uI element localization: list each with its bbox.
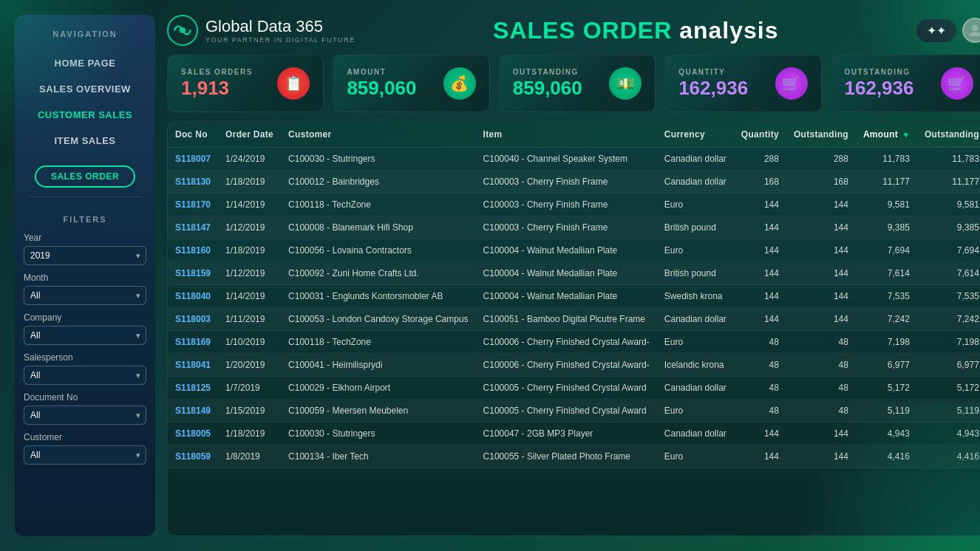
cell-outstanding2: 7,694 <box>917 239 980 262</box>
cell-docno: S118147 <box>168 216 218 239</box>
cell-qty: 48 <box>734 400 786 422</box>
table-scroll[interactable]: Doc No Order Date Customer Item Currency… <box>168 122 980 535</box>
table-row[interactable]: S118169 1/10/2019 C100118 - TechZone C10… <box>168 331 980 354</box>
table-row[interactable]: S118041 1/20/2019 C100041 - Heimilispryd… <box>168 354 980 377</box>
cell-currency: Euro <box>657 331 734 354</box>
cell-outstanding1: 144 <box>786 422 856 445</box>
filter-company: Company All <box>15 312 155 345</box>
kpi-sales-orders-icon: 📋 <box>277 67 310 100</box>
cell-docno: S118160 <box>168 239 218 262</box>
col-header-item[interactable]: Item <box>476 122 657 148</box>
cell-outstanding2: 9,385 <box>917 216 980 239</box>
col-header-outstanding2[interactable]: Outstanding <box>917 122 980 148</box>
avatar[interactable] <box>962 18 980 43</box>
sidebar-item-home[interactable]: HOME PAGE <box>15 50 155 76</box>
cell-docno: S118149 <box>168 400 218 422</box>
filter-customer-select[interactable]: All <box>24 445 146 465</box>
filters-label: FILTERS <box>63 215 106 224</box>
cell-currency: Euro <box>657 194 734 216</box>
cell-docno: S118059 <box>168 445 218 468</box>
sparkle-button[interactable]: ✦✦ <box>916 19 956 42</box>
cell-date: 1/20/2019 <box>218 354 281 377</box>
cell-outstanding2: 6,977 <box>917 354 980 377</box>
table-row[interactable]: S118159 1/12/2019 C100092 - Zuni Home Cr… <box>168 262 980 285</box>
sidebar-item-sales-overview[interactable]: SALES OVERVIEW <box>15 76 155 102</box>
cell-date: 1/18/2019 <box>218 171 281 194</box>
sales-order-button[interactable]: SALES ORDER <box>35 165 135 188</box>
cell-customer: C100056 - Lovaina Contractors <box>281 239 476 262</box>
filter-month-label: Month <box>24 273 146 283</box>
cell-docno: S118040 <box>168 285 218 308</box>
cell-customer: C100031 - Englunds Kontorsmobler AB <box>281 285 476 308</box>
cell-item: C100005 - Cherry Finished Crystal Award <box>476 400 657 422</box>
cell-outstanding2: 5,172 <box>917 377 980 400</box>
table-row[interactable]: S118149 1/15/2019 C100059 - Meersen Meub… <box>168 400 980 422</box>
content-area: Global Data 365 YOUR PARTNER IN DIGITAL … <box>167 15 980 536</box>
cell-outstanding1: 144 <box>786 285 856 308</box>
sidebar-item-customer-sales[interactable]: CUSTOMER SALES <box>15 102 155 128</box>
col-header-amount[interactable]: Amount ▼ <box>856 122 917 148</box>
table-row[interactable]: S118007 1/24/2019 C100030 - Stutringers … <box>168 148 980 171</box>
filter-docno-label: Document No <box>24 392 146 403</box>
sidebar-item-item-sales[interactable]: ITEM SALES <box>15 128 155 154</box>
cell-qty: 48 <box>734 331 786 354</box>
kpi-amount-label: AMOUNT <box>347 68 416 76</box>
col-header-date[interactable]: Order Date <box>218 122 281 148</box>
cell-qty: 144 <box>734 285 786 308</box>
table-header-row: Doc No Order Date Customer Item Currency… <box>168 122 980 148</box>
table-row[interactable]: S118040 1/14/2019 C100031 - Englunds Kon… <box>168 285 980 308</box>
table-row[interactable]: S118125 1/7/2019 C100029 - Elkhorn Airpo… <box>168 377 980 400</box>
cell-customer: C100059 - Meersen Meubelen <box>281 400 476 422</box>
cell-qty: 288 <box>734 148 786 171</box>
cell-date: 1/15/2019 <box>218 400 281 422</box>
cell-qty: 48 <box>734 377 786 400</box>
col-header-customer[interactable]: Customer <box>281 122 476 148</box>
kpi-row: SALES ORDERS 1,913 📋 AMOUNT 859,060 💰 OU… <box>167 55 980 112</box>
cell-customer: C100134 - Iber Tech <box>281 445 476 468</box>
cell-date: 1/8/2019 <box>218 445 281 468</box>
cell-outstanding1: 48 <box>786 354 856 377</box>
col-header-outstanding1[interactable]: Outstanding <box>786 122 856 148</box>
table-row[interactable]: S118170 1/14/2019 C100118 - TechZone C10… <box>168 194 980 216</box>
col-header-currency[interactable]: Currency <box>657 122 734 148</box>
filter-customer-label: Customer <box>24 432 146 442</box>
filter-company-select[interactable]: All <box>24 326 146 345</box>
filter-document-no: Document No All <box>15 392 155 425</box>
table-row[interactable]: S118130 1/18/2019 C100012 - Bainbridges … <box>168 171 980 194</box>
table-row[interactable]: S118059 1/8/2019 C100134 - Iber Tech C10… <box>168 445 980 468</box>
table-row[interactable]: S118003 1/11/2019 C100053 - London Cando… <box>168 308 980 331</box>
cell-amount: 9,385 <box>856 216 917 239</box>
kpi-outstanding-icon: 💵 <box>609 67 642 100</box>
nav-label: NAVIGATION <box>52 30 117 38</box>
cell-date: 1/18/2019 <box>218 422 281 445</box>
cell-item: C100004 - Walnut Medallian Plate <box>476 262 657 285</box>
cell-docno: S118041 <box>168 354 218 377</box>
table-row[interactable]: S118147 1/12/2019 C100008 - Blanemark Hi… <box>168 216 980 239</box>
cell-docno: S118170 <box>168 194 218 216</box>
kpi-outstanding-value: 859,060 <box>513 78 582 99</box>
cell-docno: S118130 <box>168 171 218 194</box>
cell-outstanding2: 7,242 <box>917 308 980 331</box>
filter-year-select[interactable]: 2019 <box>24 246 146 265</box>
cell-currency: Euro <box>657 239 734 262</box>
table-row[interactable]: S118005 1/18/2019 C100030 - Stutringers … <box>168 422 980 445</box>
logo-icon <box>167 15 198 46</box>
filter-year-label: Year <box>24 233 146 243</box>
cell-docno: S118125 <box>168 377 218 400</box>
cell-customer: C100041 - Heimilisprydi <box>281 354 476 377</box>
col-header-docno[interactable]: Doc No <box>168 122 218 148</box>
cell-customer: C100030 - Stutringers <box>281 422 476 445</box>
cell-customer: C100029 - Elkhorn Airport <box>281 377 476 400</box>
filter-month-select[interactable]: All <box>24 286 146 305</box>
kpi-amount-value: 859,060 <box>347 78 416 99</box>
cell-amount: 9,581 <box>856 194 917 216</box>
kpi-quantity: QUANTITY 162,936 🛒 <box>664 55 821 112</box>
filter-docno-select[interactable]: All <box>24 405 146 425</box>
table-row[interactable]: S118160 1/18/2019 C100056 - Lovaina Cont… <box>168 239 980 262</box>
cell-item: C100006 - Cherry Finished Crystal Award- <box>476 354 657 377</box>
col-header-qty[interactable]: Quantity <box>734 122 786 148</box>
filter-salesperson-select[interactable]: All <box>24 366 146 385</box>
kpi-sales-orders: SALES ORDERS 1,913 📋 <box>167 55 324 112</box>
cell-amount: 7,614 <box>856 262 917 285</box>
sort-arrow-amount: ▼ <box>902 131 910 139</box>
